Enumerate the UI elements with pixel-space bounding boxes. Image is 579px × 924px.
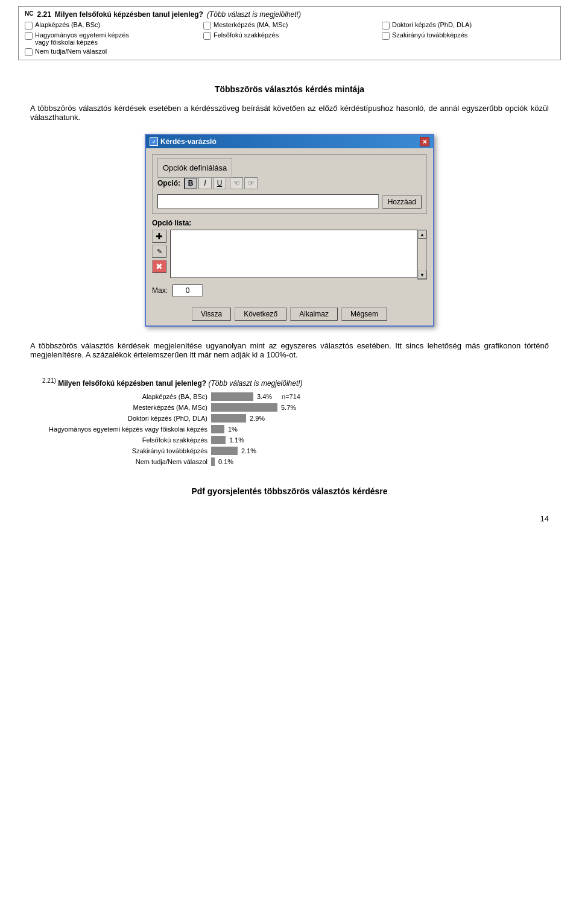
lista-add-button[interactable]: ✚ <box>152 230 166 243</box>
chart-row-1: Alapképzés (BA, BSc) 3.4% n=714 <box>42 392 537 401</box>
dialog-title-left: ✓ Kérdés-varázsló <box>150 137 217 146</box>
chart-label-7: Nem tudja/Nem válaszol <box>42 458 211 465</box>
chart-bar-area-2: 5.7% <box>211 403 537 412</box>
top-question-box: NC 2.21 Milyen felsőfokú képzésben tanul… <box>18 6 561 60</box>
dialog-close-button[interactable]: ✕ <box>420 137 429 146</box>
kovetkezo-button[interactable]: Következő <box>235 307 286 321</box>
question-num-label: 2.21 <box>37 10 51 19</box>
format-buttons: B I U <box>184 177 226 189</box>
checkbox-alapkepzes-input[interactable] <box>25 22 33 30</box>
dialog-title-icon: ✓ <box>150 137 158 146</box>
max-input[interactable] <box>172 284 203 297</box>
italic-button[interactable]: I <box>198 177 212 189</box>
checkbox-nemtudja[interactable]: Nem tudja/Nem válaszol <box>25 48 197 56</box>
checkbox-felsofoku-label: Felsőfokú szakképzés <box>214 31 279 39</box>
bottom-description-part1: A többszörös választós kérdések megjelen… <box>30 341 391 350</box>
chart-label-1: Alapképzés (BA, BSc) <box>42 393 211 400</box>
max-row: Max: <box>152 284 427 297</box>
chart-q-text: Milyen felsőfokú képzésben tanul jelenle… <box>58 379 206 388</box>
chart-question-header: 2.21) Milyen felsőfokú képzésben tanul j… <box>42 377 537 388</box>
opcio-label: Opció: <box>157 179 180 187</box>
question-text: Milyen felsőfokú képzésben tanul jelenle… <box>55 10 203 19</box>
checkbox-felsofoku-input[interactable] <box>203 32 211 40</box>
checkbox-hagyomanyos-input[interactable] <box>25 32 33 40</box>
alkalmaz-button[interactable]: Alkalmaz <box>290 307 338 321</box>
chart-bar-4 <box>211 425 224 433</box>
arrow-buttons: ☜ ☞ <box>230 177 258 189</box>
checkbox-mesterkepzes-label: Mesterképzés (MA, MSc) <box>214 21 288 28</box>
chart-percent-1: 3.4% <box>257 393 272 400</box>
opcio-text-input[interactable] <box>157 194 379 209</box>
page-number: 14 <box>30 514 549 523</box>
hozzaad-button[interactable]: Hozzáad <box>382 195 422 209</box>
checkbox-felsofoku[interactable]: Felsőfokú szakképzés <box>203 31 376 46</box>
scrollbar[interactable]: ▲ ▼ <box>417 230 427 280</box>
dialog-footer: Vissza Következő Alkalmaz Mégsem <box>146 303 433 325</box>
chart-label-6: Szakirányú továbbképzés <box>42 447 211 454</box>
dialog-title-text: Kérdés-varázsló <box>160 137 217 146</box>
dialog-box: ✓ Kérdés-varázsló ✕ Opciók definiálása O… <box>145 134 434 327</box>
checkbox-hagyomanyos-label: Hagyományos egyetemi képzésvagy főiskola… <box>35 31 129 46</box>
chart-percent-2: 5.7% <box>281 404 296 411</box>
lista-textarea[interactable] <box>170 230 417 278</box>
footer-caption: Pdf gyorsjelentés többszörös választós k… <box>30 486 549 496</box>
chart-percent-4: 1% <box>228 426 238 433</box>
section-title: Többszörös választós kérdés mintája <box>30 84 549 94</box>
chart-percent-7: 0.1% <box>218 458 233 465</box>
checkbox-szakirany-input[interactable] <box>382 32 390 40</box>
chart-row-3: Doktori képzés (PhD, DLA) 2.9% <box>42 414 537 423</box>
text-input-row: Hozzáad <box>157 194 422 209</box>
opcio-row: Opció: B I U ☜ ☞ <box>157 177 422 189</box>
arrow-right-button[interactable]: ☞ <box>244 177 258 189</box>
opcio-lista-content: ✚ ✎ ✖ ▲ ▼ <box>152 230 427 280</box>
chart-row-4: Hagyományos egyetemi képzés vagy főiskol… <box>42 425 537 433</box>
checkbox-nemtudja-input[interactable] <box>25 48 33 56</box>
checkbox-alapkepzes[interactable]: Alapképzés (BA, BSc) <box>25 21 197 30</box>
opcio-lista-label: Opció lista: <box>152 219 427 227</box>
chart-row-7: Nem tudja/Nem válaszol 0.1% <box>42 457 537 466</box>
chart-bar-area-4: 1% <box>211 425 537 433</box>
chart-bar-1 <box>211 392 253 401</box>
question-number: NC <box>25 10 33 17</box>
chart-bar-6 <box>211 447 238 455</box>
scroll-up-arrow[interactable]: ▲ <box>418 230 426 239</box>
chart-percent-5: 1.1% <box>229 436 244 444</box>
checkbox-hagyomanyos[interactable]: Hagyományos egyetemi képzésvagy főiskola… <box>25 31 197 46</box>
chart-label-5: Felsőfokú szakképzés <box>42 436 211 444</box>
checkbox-alapkepzes-label: Alapképzés (BA, BSc) <box>35 21 100 28</box>
chart-n-label: n=714 <box>282 393 300 400</box>
chart-bar-area-5: 1.1% <box>211 436 537 444</box>
chart-bar-area-3: 2.9% <box>211 414 537 423</box>
chart-label-3: Doktori képzés (PhD, DLA) <box>42 415 211 422</box>
checkbox-szakirany[interactable]: Szakirányú továbbképzés <box>382 31 554 46</box>
chart-row-2: Mesterképzés (MA, MSc) 5.7% <box>42 403 537 412</box>
bold-button[interactable]: B <box>184 177 197 189</box>
checkbox-doktori[interactable]: Doktori képzés (PhD, DLA) <box>382 21 554 30</box>
lista-buttons: ✚ ✎ ✖ <box>152 230 166 280</box>
scroll-down-arrow[interactable]: ▼ <box>418 271 426 279</box>
vissza-button[interactable]: Vissza <box>192 307 231 321</box>
checkbox-doktori-label: Doktori képzés (PhD, DLA) <box>392 21 472 28</box>
text-input-area <box>157 194 379 209</box>
arrow-left-button[interactable]: ☜ <box>230 177 243 189</box>
checkbox-nemtudja-label: Nem tudja/Nem válaszol <box>35 48 107 55</box>
chart-q-num: 2.21) <box>42 377 56 384</box>
chart-q-note: (Több választ is megjelölhet!) <box>209 379 303 388</box>
chart-bar-area-6: 2.1% <box>211 447 537 455</box>
checkbox-mesterkepzes[interactable]: Mesterképzés (MA, MSc) <box>203 21 376 30</box>
opcio-lista-section: Opció lista: ✚ ✎ ✖ ▲ <box>152 219 427 280</box>
chart-percent-3: 2.9% <box>250 415 265 422</box>
question-note: (Több választ is megjelölhet!) <box>207 10 301 19</box>
lista-delete-button[interactable]: ✖ <box>152 260 166 273</box>
dialog-body: Opciók definiálása Opció: B I U ☜ <box>146 148 433 303</box>
underline-button[interactable]: U <box>213 177 226 189</box>
checkbox-doktori-input[interactable] <box>382 22 390 30</box>
checkbox-mesterkepzes-input[interactable] <box>203 22 211 30</box>
opcio-define-group: Opciók definiálása Opció: B I U ☜ <box>152 154 427 214</box>
megsem-button[interactable]: Mégsem <box>341 307 387 321</box>
lista-edit-button[interactable]: ✎ <box>152 245 166 258</box>
opcio-define: Opció: B I U ☜ ☞ <box>157 177 422 209</box>
group-legend: Opciók definiálása <box>157 158 232 178</box>
chart-bar-area-7: 0.1% <box>211 457 537 466</box>
chart-bar-3 <box>211 414 246 423</box>
